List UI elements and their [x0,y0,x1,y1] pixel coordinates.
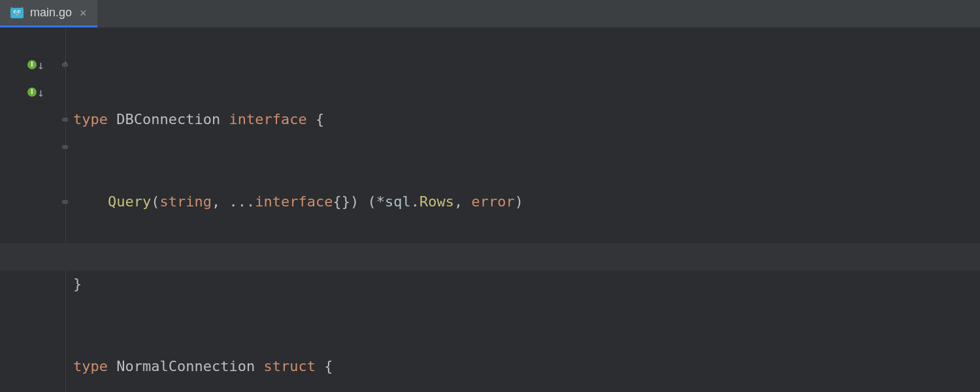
code-line[interactable]: Query(string, ...interface{}) (*sql.Rows… [59,188,980,216]
go-file-icon [10,7,24,20]
close-icon[interactable]: × [78,6,88,20]
svg-point-3 [14,11,16,12]
gutter: I ↓ I ↓ [0,27,59,392]
tab-main-go[interactable]: main.go × [0,0,97,27]
svg-point-4 [18,11,20,12]
code-line[interactable]: type DBConnection interface { [59,106,980,133]
svg-rect-0 [10,8,24,18]
impl-circle-icon: I [27,88,37,97]
down-arrow-icon: ↓ [37,58,44,72]
tab-label: main.go [30,6,72,20]
code-line[interactable]: type NormalConnection struct { [59,353,980,380]
impl-circle-icon: I [27,60,37,69]
code-area[interactable]: type DBConnection interface { Query(stri… [59,27,980,392]
code-line[interactable]: } [59,270,980,298]
down-arrow-icon: ↓ [37,86,44,99]
svg-point-5 [16,14,18,15]
tab-bar: main.go × [0,0,980,27]
implements-marker[interactable]: I ↓ [0,51,59,78]
implements-marker[interactable]: I ↓ [0,78,59,106]
code-editor[interactable]: I ↓ I ↓ type DBConnection interface { Qu… [0,27,980,392]
